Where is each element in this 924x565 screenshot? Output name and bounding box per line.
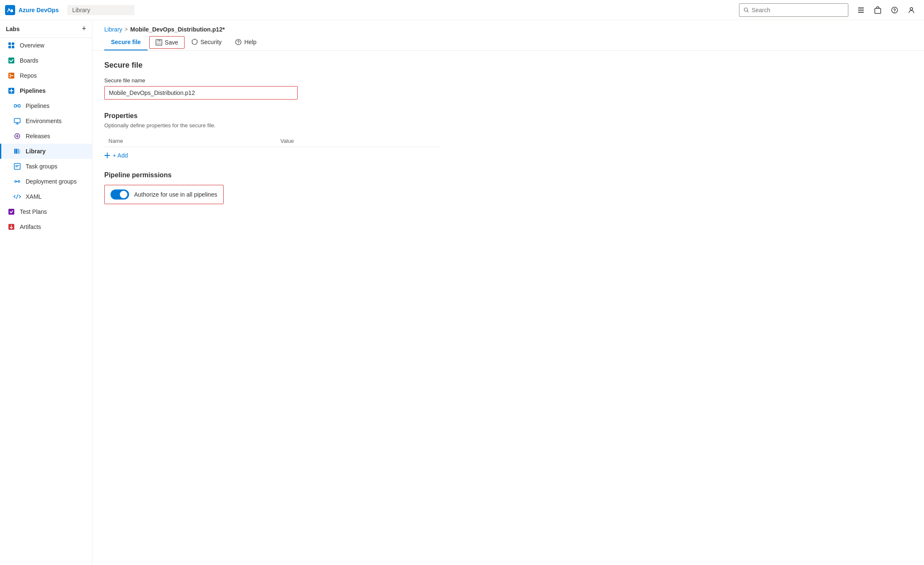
list-icon [857,6,865,14]
sidebar-label-environments: Environments [26,118,62,124]
svg-rect-24 [14,149,16,154]
sidebar-item-taskgroups[interactable]: Task groups [0,159,92,174]
brand[interactable]: Azure DevOps [5,5,59,15]
environments-icon [13,117,21,125]
help-icon-btn[interactable] [887,3,902,18]
secure-file-section: Secure file Secure file name Properties … [104,61,912,204]
repos-icon [7,71,16,80]
search-icon [744,7,749,13]
sidebar-header: Labs + [0,20,92,38]
svg-rect-11 [12,42,14,45]
svg-point-37 [238,43,239,44]
sidebar-item-overview[interactable]: Overview [0,38,92,53]
sidebar-label-taskgroups: Task groups [26,163,57,170]
svg-rect-27 [19,150,20,154]
sidebar-item-pipelines-parent[interactable]: Pipelines [0,83,92,98]
svg-point-9 [910,8,913,10]
user-icon [908,6,915,14]
search-box[interactable] [739,3,848,17]
sidebar-item-deploygroups[interactable]: Deployment groups [0,174,92,189]
sidebar-label-testplans: Test Plans [20,208,47,215]
tab-secure-file[interactable]: Secure file [104,34,148,50]
svg-point-8 [894,11,895,12]
tab-security[interactable]: Security [185,34,229,50]
svg-rect-13 [12,46,14,48]
sidebar-label-library: Library [26,148,45,155]
add-icon [104,152,110,158]
tab-help[interactable]: Help [228,34,263,50]
secure-file-name-label: Secure file name [104,77,912,84]
tabs: Secure file Save Security [92,34,924,51]
project-name: Labs [6,26,20,32]
sidebar-item-pipelines[interactable]: Pipelines [0,98,92,113]
svg-rect-3 [858,8,864,8]
svg-rect-28 [14,163,20,169]
sidebar-label-repos: Repos [20,72,37,79]
sidebar-label-xaml: XAML [26,193,42,200]
pipeline-perms-title: Pipeline permissions [104,171,912,179]
properties-table: Name Value [104,135,441,147]
search-input[interactable] [752,7,844,13]
artifacts-icon [7,223,16,231]
save-button[interactable]: Save [149,36,185,49]
authorize-label: Authorize for use in all pipelines [134,191,217,198]
question-icon [235,39,242,45]
sidebar-item-repos[interactable]: Repos [0,68,92,83]
sidebar-label-releases: Releases [26,133,50,139]
testplans-icon [7,208,16,216]
sidebar-label-boards: Boards [20,57,38,64]
help-icon [891,6,898,14]
svg-point-16 [10,74,11,75]
svg-rect-25 [16,149,17,154]
toggle-slider [111,189,129,200]
azure-devops-icon [5,5,15,15]
library-icon [13,147,21,155]
add-project-button[interactable]: + [82,24,86,33]
svg-rect-22 [14,118,20,123]
layout: Labs + Overview Boar [0,20,924,565]
breadcrumb-current: Mobile_DevOps_Distribution.p12* [130,26,225,33]
tab-security-label: Security [201,39,222,45]
topnav-actions [853,3,919,18]
breadcrumb-separator: > [125,26,128,32]
svg-rect-10 [8,42,11,45]
breadcrumb-parent-link[interactable]: Library [104,26,122,33]
sidebar-label-pipelines-parent: Pipelines [20,87,45,94]
bag-icon [874,6,882,14]
sidebar-item-releases[interactable]: Releases [0,129,92,144]
sidebar-item-environments[interactable]: Environments [0,113,92,129]
tab-help-label: Help [244,39,256,45]
properties-desc: Optionally define properties for the sec… [104,122,912,129]
deploygroups-icon [13,177,21,186]
svg-rect-5 [858,12,864,13]
sidebar-item-artifacts[interactable]: Artifacts [0,219,92,234]
breadcrumb: Library > Mobile_DevOps_Distribution.p12… [92,20,924,33]
sidebar-label-overview: Overview [20,42,44,49]
user-icon-btn[interactable] [904,3,919,18]
svg-rect-12 [8,46,11,48]
sidebar-label-pipelines: Pipelines [26,102,50,109]
bag-icon-btn[interactable] [870,3,885,18]
add-property-link[interactable]: + Add [104,152,128,159]
xaml-icon [13,192,21,201]
authorize-pipelines-row[interactable]: Authorize for use in all pipelines [104,185,224,204]
list-icon-btn[interactable] [853,3,869,18]
shield-icon [191,39,198,45]
secure-file-name-input[interactable] [104,86,298,100]
pipeline-permissions-section: Pipeline permissions Authorize for use i… [104,171,912,204]
sidebar-label-artifacts: Artifacts [20,223,41,230]
sidebar-item-testplans[interactable]: Test Plans [0,204,92,219]
sidebar-item-boards[interactable]: Boards [0,53,92,68]
svg-rect-35 [157,42,161,45]
topnav: Azure DevOps Library [0,0,924,20]
svg-line-2 [747,11,748,12]
save-label: Save [165,39,178,46]
topnav-title: Library [72,7,90,13]
sidebar-label-deploygroups: Deployment groups [26,178,77,185]
overview-icon [7,41,16,50]
authorize-toggle[interactable] [111,189,129,200]
sidebar-item-xaml[interactable]: XAML [0,189,92,204]
taskgroups-icon [13,162,21,171]
releases-icon [13,132,21,140]
sidebar-item-library[interactable]: Library [0,144,92,159]
